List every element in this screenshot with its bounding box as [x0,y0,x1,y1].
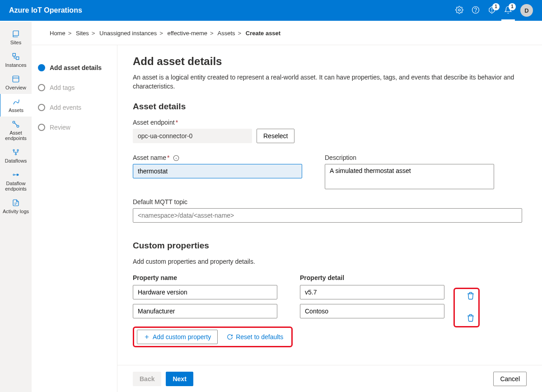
diagnostics-icon[interactable]: 1 [488,6,496,15]
highlight-delete [453,288,480,327]
property-detail-input[interactable] [300,304,444,318]
sidebar-item-activity-logs[interactable]: Activity logs [0,195,32,218]
svg-point-11 [15,154,17,155]
asset-endpoint-label: Asset endpoint* [133,119,522,126]
asset-endpoint-value: opc-ua-connector-0 [133,129,252,143]
back-button: Back [133,372,161,386]
property-row [133,304,444,318]
col-property-detail: Property detail [300,274,444,281]
notifications-icon[interactable]: 1 [504,6,512,15]
wizard-step-add-tags[interactable]: Add tags [38,78,117,98]
page-title: Add asset details [133,55,522,68]
brand-title: Azure IoT Operations [9,6,455,14]
property-name-input[interactable] [133,285,277,299]
svg-rect-5 [16,57,19,60]
notifications-badge: 1 [509,3,516,10]
settings-icon[interactable] [455,6,463,15]
reset-defaults-button[interactable]: Reset to defaults [223,333,287,341]
assets-icon [2,98,30,106]
trash-icon[interactable] [467,292,475,301]
wizard-step-review[interactable]: Review [38,117,117,137]
wizard-steps: Add asset details Add tags Add events Re… [32,45,117,392]
overview-icon [2,75,30,83]
svg-point-12 [13,174,14,176]
svg-point-0 [458,9,461,11]
avatar[interactable]: D [520,4,533,17]
endpoint-icon [2,120,30,128]
logs-icon [2,199,30,207]
svg-point-10 [17,149,19,151]
sidebar: Sites Instances Overview Assets Asset en… [0,22,32,392]
mqtt-label: Default MQTT topic [133,198,522,205]
svg-rect-6 [13,76,19,82]
section-custom-properties: Custom properties [133,241,522,251]
svg-point-2 [476,11,476,12]
mqtt-input[interactable] [133,208,522,223]
reselect-button[interactable]: Reselect [257,129,294,143]
highlight-buttons: Add custom property Reset to defaults [133,327,293,347]
sidebar-item-dataflows[interactable]: Dataflows [0,145,32,167]
breadcrumb-link[interactable]: Unassigned instances [99,30,157,37]
col-property-name: Property name [133,274,277,281]
breadcrumb-link[interactable]: Assets [218,30,235,37]
sidebar-item-instances[interactable]: Instances [0,49,32,71]
svg-point-9 [13,149,14,151]
book-icon [2,30,30,38]
instances-icon [2,52,30,61]
description-label: Description [325,154,494,161]
dataflows-icon [2,148,30,156]
sidebar-item-asset-endpoints[interactable]: Asset endpoints [0,117,32,145]
svg-rect-4 [13,53,15,56]
cancel-button[interactable]: Cancel [493,372,527,386]
property-row [133,285,444,299]
svg-point-1 [472,6,479,13]
top-bar: Azure IoT Operations 1 1 D [0,0,542,22]
breadcrumb-current: Create asset [246,30,280,37]
add-custom-property-button[interactable]: Add custom property [137,330,218,344]
sidebar-item-overview[interactable]: Overview [0,71,32,94]
breadcrumb: Home> Sites> Unassigned instances> effec… [32,22,542,45]
wizard-step-add-events[interactable]: Add events [38,98,117,117]
help-icon[interactable] [472,6,480,15]
wizard-step-add-asset-details[interactable]: Add asset details [38,58,117,78]
breadcrumb-link[interactable]: effective-meme [167,30,207,37]
asset-name-label: Asset name* [133,154,302,161]
sidebar-item-dataflow-endpoints[interactable]: Dataflow endpoints [0,167,32,195]
breadcrumb-link[interactable]: Sites [76,30,89,37]
property-name-input[interactable] [133,304,277,318]
intro-text: An asset is a logical entity created to … [133,73,522,91]
diagnostics-badge: 1 [492,3,500,10]
svg-point-3 [492,11,492,12]
custom-intro: Add custom properties and property detai… [133,258,522,265]
section-asset-details: Asset details [133,102,522,112]
description-input[interactable]: A simulated thermostat asset [325,164,494,189]
property-detail-input[interactable] [300,285,444,299]
info-icon[interactable] [173,155,179,161]
asset-name-input[interactable] [133,164,302,178]
dataflow-endpoints-icon [2,171,30,179]
next-button[interactable]: Next [166,372,193,386]
trash-icon[interactable] [467,314,475,323]
breadcrumb-link[interactable]: Home [50,30,65,37]
sidebar-item-sites[interactable]: Sites [0,26,32,49]
sidebar-item-assets[interactable]: Assets [0,94,32,117]
footer-bar: Back Next Cancel [117,365,542,392]
